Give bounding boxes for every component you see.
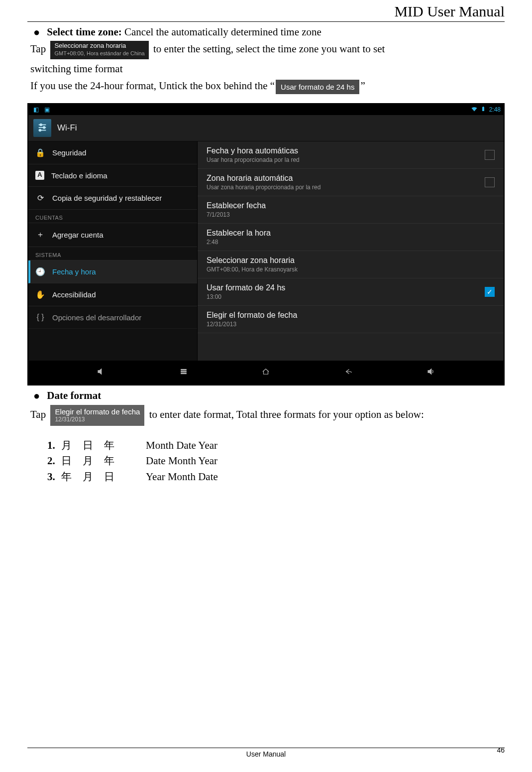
sidebar-item-label: Agregar cuenta [52,231,104,239]
bullet-desc: Cancel the automatically determined time… [124,26,321,38]
status-time: 2:48 [489,106,501,113]
setting-title: Zona horaria automática [207,174,485,183]
setting-title: Establecer fecha [207,201,495,210]
setting-sub: 12/31/2013 [207,321,495,328]
sync-icon: ⟳ [35,193,45,203]
header-rule [27,21,505,22]
sidebar-item-datetime[interactable]: 🕘 Fecha y hora [28,260,197,283]
checkbox-empty[interactable] [485,150,495,160]
chip-sub: GMT+08:00, Hora estándar de China [54,50,144,57]
setting-sub: Usar hora proporcionada por la red [207,156,485,163]
bullet-icon: ● [33,389,40,402]
settings-main: Fecha y hora automáticasUsar hora propor… [198,141,504,361]
sidebar-item-backup[interactable]: ⟳ Copia de seguridad y restablecer [28,187,197,210]
nav-back-icon[interactable] [338,367,358,379]
svg-point-5 [43,127,45,129]
sidebar-header-accounts: CUENTAS [28,210,197,223]
settings-sidebar: 🔒 Seguridad A Teclado e idioma ⟳ Copia d… [28,141,198,361]
txt-tap-pre: Tap [30,43,46,55]
nav-volup-icon[interactable] [421,367,441,379]
bullet-icon: ● [33,26,40,39]
settings-sliders-icon [33,119,51,137]
page-header-title: MID User Manual [27,0,505,21]
setting-select-timezone[interactable]: Seleccionar zona horariaGMT+08:00, Hora … [198,251,504,278]
txt-tap2-pre: Tap [30,408,46,420]
setting-sub: 2:48 [207,239,495,246]
setting-auto-datetime[interactable]: Fecha y hora automáticasUsar hora propor… [198,141,504,169]
sidebar-item-developer[interactable]: { } Opciones del desarrollador [28,306,197,329]
sidebar-item-keyboard[interactable]: A Teclado e idioma [28,164,197,187]
nav-menu-icon[interactable] [174,367,194,379]
setting-sub: Usar zona horaria proporcionada por la r… [207,184,485,191]
svg-point-7 [39,129,41,131]
list-item: 3. 年月日 Year Month Date [47,469,505,485]
list-eng: Year Month Date [146,469,218,485]
svg-point-3 [40,124,42,126]
list-cjk: 月日年 [61,438,146,454]
setting-title: Usar formato de 24 hs [207,283,485,292]
sidebar-item-label: Fecha y hora [52,267,96,276]
txt-untick-pre: If you use the 24-hour format, Untick th… [30,80,275,92]
sidebar-item-security[interactable]: 🔒 Seguridad [28,141,197,164]
checkbox-empty[interactable] [485,177,495,187]
svg-rect-9 [181,369,186,370]
txt-untick-post: ” [360,80,365,92]
setting-date-format[interactable]: Elegir el formato de fecha12/31/2013 [198,306,504,333]
sidebar-item-label: Seguridad [52,148,86,157]
wifi-label: Wi-Fi [57,123,77,133]
wifi-signal-icon [471,106,477,114]
checkbox-checked[interactable]: ✓ [485,287,495,297]
nav-home-icon[interactable] [256,367,276,379]
chip-title: Seleccionar zona horaria [54,42,126,49]
sidebar-item-label: Copia de seguridad y restablecer [52,194,162,202]
setting-24h[interactable]: Usar formato de 24 hs13:00 ✓ [198,278,504,306]
bullet-text: Select time zone: Cancel the automatical… [47,26,321,38]
setting-set-date[interactable]: Establecer fecha7/1/2013 [198,196,504,224]
svg-rect-11 [181,373,186,374]
braces-icon: { } [35,313,45,322]
list-eng: Month Date Year [146,438,217,454]
list-cjk: 日月年 [61,453,146,469]
bullet-select-timezone: ● Select time zone: Cancel the automatic… [33,26,505,39]
page-footer: User Manual 46 [27,748,505,758]
setting-auto-timezone[interactable]: Zona horaria automáticaUsar zona horaria… [198,169,504,196]
svg-rect-10 [181,371,186,372]
svg-rect-0 [482,107,484,111]
date-format-list: 1. 月日年 Month Date Year 2. 日月年 Date Month… [47,438,505,485]
svg-marker-8 [98,369,102,375]
setting-title: Establecer la hora [207,229,495,238]
setting-title: Elegir el formato de fecha [207,311,495,320]
notification-icons: ◧ ▣ [33,106,52,113]
sidebar-item-label: Opciones del desarrollador [52,313,141,322]
para-tap-dateformat: Tap Elegir el formato de fecha 12/31/201… [30,405,505,426]
nav-bar [28,361,504,385]
sidebar-item-accessibility[interactable]: ✋ Accesibilidad [28,283,197,306]
wifi-header[interactable]: Wi-Fi [28,115,504,141]
list-num: 3. [47,469,61,485]
list-num: 1. [47,438,61,454]
para-untick: If you use the 24-hour format, Untick th… [30,78,505,94]
nav-voldown-icon[interactable] [91,367,111,379]
inline-chip-timezone: Seleccionar zona horaria GMT+08:00, Hora… [50,41,148,59]
list-num: 2. [47,453,61,469]
settings-body: 🔒 Seguridad A Teclado e idioma ⟳ Copia d… [28,141,504,361]
svg-rect-1 [483,107,484,107]
svg-marker-12 [428,369,431,375]
para-switching: switching time format [30,61,505,76]
setting-set-time[interactable]: Establecer la hora2:48 [198,224,504,251]
inline-chip-dateformat: Elegir el formato de fecha 12/31/2013 [50,405,144,426]
lock-icon: 🔒 [35,148,45,157]
chip-sub: 12/31/2013 [55,416,140,423]
footer-label: User Manual [27,750,505,758]
setting-title: Seleccionar zona horaria [207,256,495,265]
clock-icon: 🕘 [35,267,45,276]
status-bar: ◧ ▣ 2:48 [28,104,504,115]
bullet-label: Date format [47,389,101,401]
list-item: 2. 日月年 Date Month Year [47,453,505,469]
sidebar-item-add-account[interactable]: ＋ Agregar cuenta [28,223,197,247]
bullet-text: Date format [47,389,101,402]
para-tap-tz: Tap Seleccionar zona horaria GMT+08:00, … [30,41,505,59]
battery-icon [480,106,486,114]
keyboard-A-icon: A [35,171,44,180]
txt-tap-post: to enter the setting, select the time zo… [153,43,385,55]
